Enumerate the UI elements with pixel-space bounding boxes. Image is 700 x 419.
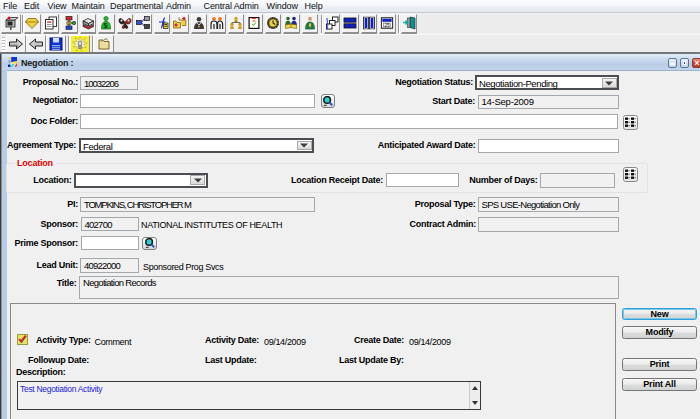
svg-text:25: 25 [385, 23, 391, 28]
